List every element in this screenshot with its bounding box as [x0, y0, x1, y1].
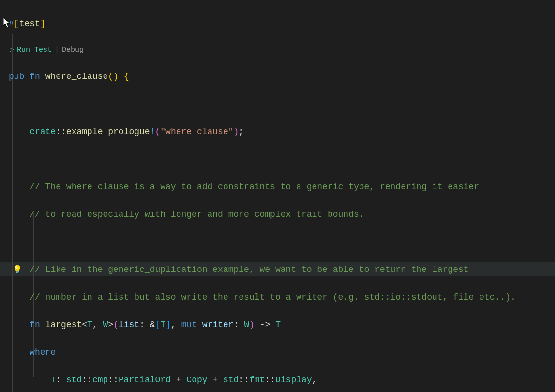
code-line: pub fn where_clause() { [9, 70, 555, 84]
code-editor[interactable]: #[test] ▷ Run Test | Debug pub fn where_… [0, 0, 555, 392]
code-line [9, 235, 555, 249]
mouse-cursor-icon [3, 17, 12, 33]
code-line: // The where clause is a way to add cons… [9, 180, 555, 194]
code-line: where [9, 346, 555, 360]
run-test-link[interactable]: Run Test [17, 45, 52, 56]
code-line [9, 97, 555, 111]
code-line [9, 152, 555, 166]
codelens-row: ▷ Run Test | Debug [9, 45, 555, 56]
debug-link[interactable]: Debug [62, 45, 84, 56]
code-line: #[test] [9, 17, 555, 31]
code-line: // Like in the generic_duplication examp… [9, 263, 555, 277]
code-line: fn largest<T, W>(list: &[T], mut writer:… [9, 318, 555, 332]
code-line: // number in a list but also write the r… [9, 290, 555, 304]
code-line: // to read especially with longer and mo… [9, 208, 555, 222]
code-line: crate::example_prologue!("where_clause")… [9, 125, 555, 139]
code-line: T: std::cmp::PartialOrd + Copy + std::fm… [9, 373, 555, 387]
